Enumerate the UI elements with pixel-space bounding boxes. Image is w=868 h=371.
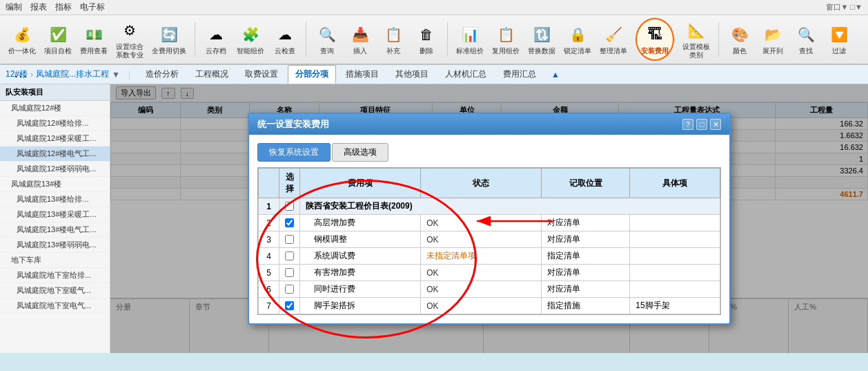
row-label: 系统调试费 — [300, 248, 421, 265]
toolbar-full-fee-switch[interactable]: 🔄 全费用切换 — [149, 22, 189, 57]
row-checkbox-7[interactable] — [285, 301, 294, 310]
modal-tabs: 恢复系统设置 高级选项 — [257, 143, 721, 162]
navigation-bar: 12#楼 › 凤城庭院...排水工程 ▼ | 造价分析 工程概况 取费设置 分部… — [0, 65, 868, 84]
nav-tab-fee-summary[interactable]: 费用汇总 — [496, 66, 543, 83]
settings-icon: ⚙ — [119, 19, 141, 41]
sidebar-item-4[interactable]: 凤城庭院12#楼弱弱电... — [0, 162, 110, 177]
row-checkbox-1[interactable] — [285, 202, 294, 211]
row-checkbox-6[interactable] — [285, 285, 294, 294]
toolbar-integrated-pricing[interactable]: 💰 价一体化 — [6, 22, 39, 57]
row-num: 2 — [259, 215, 279, 231]
row-checkbox-cell[interactable] — [279, 198, 300, 215]
sidebar-item-1[interactable]: 凤城庭院12#楼给排... — [0, 116, 110, 131]
modal-col-position: 记取位置 — [542, 169, 630, 198]
row-checkbox-cell[interactable] — [279, 298, 300, 314]
color-icon: 🎨 — [729, 23, 751, 46]
toolbar-project-check[interactable]: ✅ 项目自检 — [41, 22, 75, 57]
sidebar-item-3[interactable]: 凤城庭院12#楼电气工... — [0, 146, 110, 162]
modal-table-row[interactable]: 3 钢模调整 OK 对应清单 — [259, 231, 720, 248]
sidebar-item-10[interactable]: 地下车库 — [0, 253, 110, 268]
sidebar-item-13[interactable]: 凤城庭院地下室电气... — [0, 298, 110, 314]
modal-title: 统一设置安装费用 — [257, 118, 329, 131]
row-checkbox-3[interactable] — [285, 235, 294, 244]
row-checkbox-cell[interactable] — [279, 231, 300, 248]
insert-icon: 📥 — [349, 23, 371, 46]
modal-col-detail: 具体项 — [630, 169, 720, 198]
sidebar-item-2[interactable]: 凤城庭院12#楼采暖工... — [0, 131, 110, 146]
row-detail — [630, 248, 720, 265]
menu-item-edit[interactable]: 编制 — [6, 1, 22, 13]
breadcrumb-floor[interactable]: 12#楼 — [6, 68, 28, 80]
modal-table-row[interactable]: 1 陕西省安装工程价目表(2009) — [259, 198, 720, 215]
toolbar-supplement[interactable]: 📋 补充 — [378, 22, 408, 57]
toolbar-fee-view[interactable]: 💵 费用查看 — [77, 22, 110, 57]
reuse-pricing-icon: 📋 — [495, 23, 517, 46]
sidebar-item-6[interactable]: 凤城庭院13#楼给排... — [0, 192, 110, 207]
row-num: 1 — [259, 198, 279, 215]
supplement-icon: 📋 — [382, 23, 404, 46]
menu-item-ebid[interactable]: 电子标 — [80, 1, 105, 13]
toolbar-delete[interactable]: 🗑 删除 — [411, 22, 442, 57]
menu-item-index[interactable]: 指标 — [55, 1, 72, 13]
toolbar-smart-pricing[interactable]: 🧩 智能组价 — [234, 22, 267, 57]
nav-tab-measures[interactable]: 措施项目 — [339, 66, 386, 83]
sidebar-item-7[interactable]: 凤城庭院13#楼采暖工... — [0, 207, 110, 222]
menu-bar: 编制 报表 指标 电子标 窗口▼ □▼ — [0, 0, 868, 15]
nav-tab-other[interactable]: 其他项目 — [388, 66, 435, 83]
row-label: 高层增加费 — [300, 215, 421, 231]
toolbar-color[interactable]: 🎨 颜色 — [724, 22, 755, 57]
row-checkbox-cell[interactable] — [279, 281, 300, 298]
sidebar-item-0[interactable]: 凤城庭院12#楼 — [0, 101, 110, 116]
modal-table-row[interactable]: 6 同时进行费 OK 对应清单 — [259, 281, 720, 298]
menu-item-report[interactable]: 报表 — [30, 1, 47, 13]
toolbar-insert[interactable]: 📥 插入 — [345, 22, 375, 57]
toolbar-cloud-archive[interactable]: ☁ 云存档 — [201, 22, 231, 57]
modal-minimize-button[interactable]: □ — [696, 119, 707, 130]
nav-tab-cost-analysis[interactable]: 造价分析 — [139, 66, 186, 83]
toolbar-find[interactable]: 🔍 查找 — [791, 22, 821, 57]
modal-table-row[interactable]: 2 高层增加费 OK 对应清单 — [259, 215, 720, 231]
nav-up-arrow[interactable]: ▲ — [551, 70, 560, 79]
toolbar-separator-3 — [447, 22, 448, 57]
modal-table-row[interactable]: 5 有害增加费 OK 对应清单 — [259, 265, 720, 281]
modal-close-button[interactable]: ✕ — [710, 119, 721, 130]
modal-tab-restore[interactable]: 恢复系统设置 — [257, 143, 331, 162]
sidebar-item-9[interactable]: 凤城庭院13#楼弱弱电... — [0, 238, 110, 253]
row-checkbox-cell[interactable] — [279, 265, 300, 281]
nav-tab-fee-settings[interactable]: 取费设置 — [238, 66, 285, 83]
sidebar-item-8[interactable]: 凤城庭院13#楼电气工... — [0, 222, 110, 238]
toolbar-set-template[interactable]: 📐 设置模板类别 — [680, 18, 713, 61]
sidebar-item-11[interactable]: 凤城庭院地下室给排... — [0, 268, 110, 283]
modal-help-button[interactable]: ? — [682, 119, 693, 130]
nav-tab-labor-material[interactable]: 人材机汇总 — [438, 66, 493, 83]
sidebar-item-12[interactable]: 凤城庭院地下室暖气... — [0, 283, 110, 298]
toolbar-standard-pricing[interactable]: 📊 标准组价 — [453, 22, 486, 57]
toolbar-cloud-check[interactable]: ☁ 云检查 — [270, 22, 300, 57]
nav-tab-overview[interactable]: 工程概况 — [188, 66, 235, 83]
toolbar-replace-data[interactable]: 🔃 替换数据 — [525, 22, 558, 57]
toolbar-organize-list[interactable]: 🧹 整理清单 — [597, 22, 630, 57]
breadcrumb-dropdown[interactable]: ▼ — [112, 70, 120, 79]
toolbar-reuse-pricing[interactable]: 📋 复用组价 — [489, 22, 522, 57]
sidebar-item-5[interactable]: 凤城庭院13#楼 — [0, 177, 110, 192]
modal-table-row[interactable]: 4 系统调试费 未指定清单项 指定清单 — [259, 248, 720, 265]
row-checkbox-2[interactable] — [285, 218, 294, 227]
toolbar-install-fee[interactable]: 🏗 安装费用 — [635, 18, 674, 61]
breadcrumb-project[interactable]: 凤城庭院...排水工程 — [36, 68, 109, 80]
nav-tab-section-items[interactable]: 分部分项 — [288, 65, 336, 84]
toolbar-expand[interactable]: 📂 展开到 — [758, 22, 788, 57]
row-position: 对应清单 — [542, 215, 630, 231]
toolbar-lock-list[interactable]: 🔒 锁定清单 — [561, 22, 594, 57]
toolbar-query[interactable]: 🔍 查询 — [312, 22, 342, 57]
row-label: 脚手架搭拆 — [300, 298, 421, 314]
modal-tab-advanced[interactable]: 高级选项 — [332, 143, 388, 162]
toolbar-filter[interactable]: 🔽 过滤 — [824, 22, 854, 57]
toolbar-settings-comprehensive[interactable]: ⚙ 设置综合系数专业 — [113, 18, 146, 61]
row-checkbox-5[interactable] — [285, 268, 294, 277]
row-checkbox-4[interactable] — [285, 251, 294, 260]
row-checkbox-cell[interactable] — [279, 215, 300, 231]
row-checkbox-cell[interactable] — [279, 248, 300, 265]
modal-overlay: 统一设置安装费用 ? □ ✕ 恢复系统设置 高级选项 — [110, 84, 868, 353]
toolbar-separator-2 — [306, 22, 306, 57]
modal-table-row[interactable]: 7 脚手架搭拆 OK 指定措施 15脚手架 — [259, 298, 720, 314]
